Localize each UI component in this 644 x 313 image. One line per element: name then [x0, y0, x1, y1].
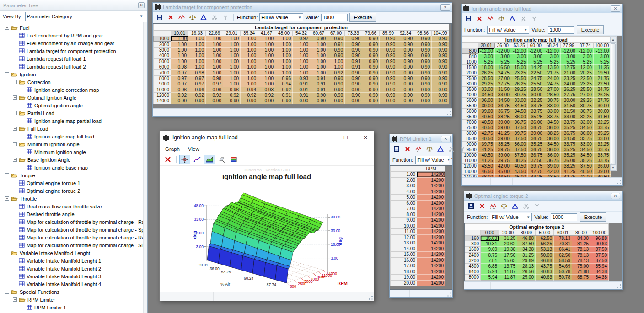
row-header[interactable]: 17.00 — [391, 263, 417, 269]
row-header[interactable]: 6500 — [462, 114, 478, 120]
column-header[interactable]: 0.00 — [481, 230, 499, 236]
table-cell[interactable]: 14200 — [417, 275, 445, 281]
table-cell[interactable]: 84.38 — [590, 269, 609, 275]
table-cell[interactable]: 8.75 — [481, 252, 499, 258]
table-cell[interactable]: 1.00 — [223, 81, 241, 87]
table-cell[interactable]: 13.75 — [499, 263, 517, 269]
row-header[interactable]: 1.00 — [391, 172, 417, 178]
table-cell[interactable]: 0.90 — [432, 75, 449, 81]
tree-folder-item[interactable]: −Correction — [1, 78, 147, 86]
table-cell[interactable]: 27.00 — [544, 87, 560, 92]
tree-folder-item[interactable]: −Torque — [1, 171, 147, 179]
table-cell[interactable]: 0.90 — [362, 47, 380, 53]
row-header[interactable]: 8000 — [465, 275, 481, 280]
tree-scrollbar[interactable] — [143, 22, 147, 313]
close-icon[interactable]: ✕ — [441, 136, 451, 142]
tree-map-item[interactable]: Lambda request full load 1 — [1, 55, 147, 63]
table-cell[interactable]: 3.00 — [593, 54, 611, 59]
table-cell[interactable]: 0.90 — [397, 53, 414, 58]
row-header[interactable]: 12000 — [154, 92, 171, 98]
table-cell[interactable]: 0.90 — [397, 75, 414, 81]
table-cell[interactable]: 14200 — [417, 280, 445, 286]
table-cell[interactable]: 36.00 — [544, 153, 560, 158]
table-cell[interactable]: 0.90 — [432, 47, 449, 53]
table-cell[interactable]: 0.90 — [380, 42, 397, 47]
table-cell[interactable]: 0.96 — [188, 87, 206, 92]
table-cell[interactable]: 34.50 — [544, 120, 560, 125]
tree-folder-item[interactable]: −Minimum Ignition Angle — [1, 140, 147, 148]
table-cell[interactable]: 0.90 — [380, 36, 397, 42]
table-cell[interactable]: 0.90 — [380, 64, 397, 69]
menu-view[interactable]: View — [184, 145, 203, 153]
expand-toggle-icon[interactable]: − — [13, 95, 17, 100]
table-cell[interactable]: 36.75 — [494, 103, 511, 109]
table-cell[interactable]: 34.50 — [544, 142, 560, 147]
table-cell[interactable]: 23.25 — [577, 81, 593, 87]
row-header[interactable]: 2.00 — [391, 177, 417, 183]
table-cell[interactable]: 35.25 — [527, 114, 544, 120]
table-cell[interactable]: 0.90 — [380, 87, 397, 92]
table-cell[interactable]: 30.75 — [577, 109, 593, 114]
table-cell[interactable]: 30.00 — [560, 98, 577, 103]
table-cell[interactable]: 27.00 — [494, 76, 511, 81]
table-cell[interactable]: 1.00 — [258, 58, 275, 64]
table-cell[interactable]: 30.00 — [593, 109, 611, 114]
value-input[interactable]: 1000 — [548, 26, 574, 34]
table-cell[interactable]: 1.00 — [310, 42, 327, 47]
waveform-icon[interactable] — [486, 15, 495, 23]
table-cell[interactable]: 1.00 — [258, 53, 275, 58]
table-cell[interactable]: 33.00 — [577, 120, 593, 125]
table-cell[interactable]: 50.78 — [554, 275, 572, 280]
table-cell[interactable]: 0.97 — [171, 70, 188, 75]
table-cell[interactable]: 0.92 — [241, 92, 258, 98]
table-cell[interactable]: 31.25 — [499, 236, 517, 241]
table-cell[interactable]: 0.90 — [362, 58, 380, 64]
function-select[interactable]: Fill w/ Value▼ — [490, 213, 532, 221]
row-header[interactable]: 3200 — [465, 258, 481, 263]
execute-button[interactable]: Execute — [580, 212, 607, 222]
table-cell[interactable]: 0.90 — [432, 36, 449, 42]
row-header[interactable]: 800 — [465, 241, 481, 247]
resize-grip[interactable] — [446, 110, 451, 116]
row-header[interactable]: 6400 — [465, 269, 481, 275]
table-cell[interactable]: 43.50 — [511, 169, 527, 175]
table-cell[interactable]: 1.00 — [223, 42, 241, 47]
resize-grip[interactable] — [368, 295, 373, 300]
table-cell[interactable]: 14200 — [417, 206, 445, 212]
table-cell[interactable]: 0.90 — [362, 75, 380, 81]
column-header[interactable]: 100.00 — [593, 43, 611, 48]
row-header[interactable]: 2000 — [462, 70, 478, 76]
row-header[interactable]: 800 — [462, 48, 478, 54]
table-cell[interactable]: 0.96 — [223, 87, 241, 92]
waveform-icon[interactable] — [488, 202, 498, 210]
table-cell[interactable]: 3.00 — [511, 54, 527, 59]
table-cell[interactable]: 1.00 — [223, 53, 241, 58]
table-cell[interactable]: 1.00 — [241, 81, 258, 87]
table-cell[interactable]: 1.00 — [293, 42, 310, 47]
table-cell[interactable]: 28.50 — [544, 92, 560, 98]
row-header[interactable]: 2500 — [462, 76, 478, 81]
maximize-icon[interactable]: ☐ — [338, 131, 354, 144]
row-header[interactable]: 7500 — [462, 125, 478, 131]
table-cell[interactable]: 35.25 — [577, 158, 593, 164]
table-cell[interactable]: 0.90 — [345, 98, 362, 104]
delta-icon[interactable] — [436, 145, 445, 153]
row-header[interactable]: 13000 — [462, 169, 478, 175]
tree-map-item[interactable]: RPM Limiter 1 — [1, 303, 147, 311]
table-cell[interactable]: 87.50 — [590, 247, 609, 252]
table-cell[interactable]: 1.00 — [171, 42, 188, 47]
table-cell[interactable]: 1.00 — [275, 58, 293, 64]
row-header[interactable]: 9.00 — [391, 218, 417, 223]
row-header[interactable]: 160 — [465, 236, 481, 241]
table-cell[interactable]: 33.75 — [593, 125, 611, 131]
table-cell[interactable]: 17.50 — [499, 252, 517, 258]
close-icon[interactable]: ✕ — [611, 5, 620, 12]
table-cell[interactable]: 35.25 — [560, 153, 577, 158]
row-header[interactable]: 9000 — [154, 81, 171, 87]
row-header[interactable]: 7.00 — [391, 206, 417, 212]
table-cell[interactable]: 24.00 — [544, 76, 560, 81]
table-cell[interactable]: 19.38 — [499, 247, 517, 252]
table-cell[interactable]: 87.50 — [590, 258, 609, 263]
table-cell[interactable]: 3.00 — [560, 54, 577, 59]
table-cell[interactable]: 0.90 — [397, 92, 414, 98]
